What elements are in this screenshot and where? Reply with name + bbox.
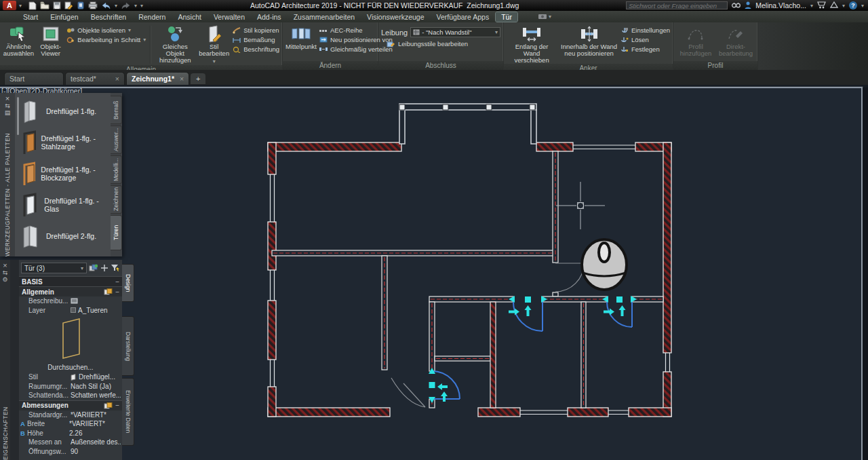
qat-customize-icon[interactable]: ▾ — [140, 3, 143, 9]
pickadd-icon[interactable] — [100, 264, 108, 272]
prop-row-beschreibung[interactable]: Beschreibu... — [19, 296, 122, 306]
user-dropdown-icon[interactable]: ▾ — [810, 3, 813, 9]
tab-einfuegen[interactable]: Einfügen — [45, 12, 83, 22]
palette-tab-bemass[interactable]: Bemaß — [111, 96, 122, 124]
redo-dropdown-icon[interactable]: ▾ — [134, 3, 137, 9]
a360-icon[interactable] — [830, 1, 838, 9]
anchor-release-button[interactable]: Lösen — [621, 36, 670, 43]
tab-visionswerkzeuge[interactable]: Visionswerkzeuge — [361, 12, 429, 22]
isolate-objects-button[interactable]: Objekte isolieren▾ — [66, 26, 146, 34]
properties-tab-darstellung[interactable]: Darstellung — [122, 316, 134, 376]
search-input[interactable] — [626, 1, 728, 9]
prop-row-raumumgrenzung[interactable]: Raumumgr... Nach Stil (Ja) — [19, 382, 122, 391]
tool-door-1[interactable]: Drehflügel 1-flg. — [20, 96, 109, 127]
tab-beschriften[interactable]: Beschriften — [85, 12, 132, 22]
palette-tab-zeichnen[interactable]: Zeichnen — [111, 185, 122, 214]
tab-start[interactable]: Start — [18, 12, 43, 22]
tab-ansicht[interactable]: Ansicht — [172, 12, 206, 22]
quick-select-icon[interactable] — [111, 264, 120, 272]
prop-row-hoehe[interactable]: B Höhe 2.26 — [19, 429, 122, 438]
close-icon[interactable]: × — [3, 261, 7, 269]
panel-label-profil[interactable]: Profil — [673, 61, 757, 70]
object-viewer-button[interactable]: Objekt-Viewer — [37, 24, 64, 57]
help-icon[interactable]: ? — [849, 1, 857, 9]
help-dropdown-icon[interactable]: ▾ — [861, 3, 864, 9]
dimension-button[interactable]: Bemaßung — [233, 36, 279, 43]
properties-titlebar[interactable]: × ⇆ ⚙ EIGENSCHAFTEN — [0, 260, 10, 460]
reposition-within-wall-button[interactable]: Innerhalb der Wand neu positionieren — [559, 24, 618, 57]
open-folder-icon[interactable] — [40, 1, 50, 9]
leibung-style-select[interactable]: - "Nach Wandstil" ▾ — [410, 27, 500, 37]
palette-tab-auswertung[interactable]: Auswer... — [111, 126, 122, 154]
prop-row-schattendarstellung[interactable]: Schattenda... Schatten werfe... — [19, 391, 122, 400]
new-file-icon[interactable] — [28, 1, 37, 10]
palette-tab-modellieren[interactable]: Modelli... — [111, 155, 122, 184]
section-allgemein[interactable]: Allgemein − — [19, 286, 122, 296]
gear-icon[interactable]: ⚙ — [2, 276, 7, 283]
signed-in-user[interactable]: Melina.Vlacho... — [755, 1, 806, 9]
prop-row-stil[interactable]: Stil Drehflügel... — [19, 372, 122, 382]
properties-tab-erweiterte-daten[interactable]: Erweiterte Daten — [122, 378, 134, 446]
logo-dropdown-icon[interactable]: ▾ — [19, 3, 22, 9]
anchor-set-button[interactable]: Festlegen — [621, 45, 670, 53]
section-abmessungen[interactable]: Abmessungen − — [19, 400, 122, 410]
properties-tab-design[interactable]: Design — [122, 264, 134, 302]
search-binoculars-icon[interactable] — [732, 1, 741, 9]
collapse-icon[interactable]: − — [115, 288, 119, 296]
edit-style-button[interactable]: Stil bearbeiten ▾ — [198, 24, 230, 65]
tool-door-3[interactable]: Drehflügel 1-flg. - Blockzarge — [20, 158, 109, 189]
undo-dropdown-icon[interactable]: ▾ — [115, 3, 117, 9]
tab-verwalten[interactable]: Verwalten — [208, 12, 250, 22]
save-as-icon[interactable] — [64, 1, 73, 10]
new-drawing-tab-button[interactable]: + — [191, 73, 205, 84]
section-basis[interactable]: BASIS− — [19, 276, 122, 286]
midpoint-button[interactable]: Mittelpunkt — [285, 24, 317, 50]
app-store-cart-icon[interactable] — [817, 1, 826, 10]
browse-link[interactable]: Durchsuchen... — [19, 364, 122, 372]
tab-addins[interactable]: Add-ins — [252, 12, 287, 22]
tab-verfuegbare-apps[interactable]: Verfügbare Apps — [431, 12, 495, 22]
close-icon[interactable]: × — [5, 94, 9, 102]
panel-label-aendern[interactable]: Ändern — [283, 61, 378, 70]
prop-row-oeffnungswinkel[interactable]: Öffnungsw... 90 — [19, 447, 122, 457]
copy-style-button[interactable]: Stil kopieren — [233, 26, 279, 34]
panel-label-abschluss[interactable]: Abschluss — [378, 61, 503, 70]
collapse-icon[interactable]: − — [115, 278, 119, 286]
close-icon[interactable]: × — [115, 75, 119, 83]
file-tab-start[interactable]: Start — [4, 72, 64, 85]
plot-icon[interactable] — [77, 1, 85, 10]
toggle-value-icon[interactable] — [89, 264, 98, 272]
autohide-icon[interactable]: ⇆ — [3, 269, 8, 276]
add-same-object-button[interactable]: Gleiches Objekt hinzufügen — [155, 24, 195, 64]
prop-row-standardgroesse[interactable]: Standardgr... *VARIIERT* — [19, 410, 122, 420]
tool-palette-titlebar[interactable]: × ⇆ ▤ WERKZEUGPALETTEN - ALLE PALETTEN — [0, 93, 15, 256]
tool-door-4[interactable]: Drehflügel 1-flg. - Glas — [20, 189, 109, 221]
tab-tuer[interactable]: Tür — [496, 12, 517, 22]
file-tab-zeichnung1[interactable]: Zeichnung1*× — [126, 72, 189, 85]
prop-row-layer[interactable]: Layer A_Tueren — [19, 306, 122, 315]
tab-rendern[interactable]: Rendern — [133, 12, 171, 22]
autocad-logo-icon[interactable]: A — [3, 1, 16, 10]
collapse-icon[interactable]: − — [115, 402, 119, 409]
undo-icon[interactable] — [101, 2, 111, 9]
description-icon[interactable] — [71, 298, 78, 304]
palette-tab-tueren[interactable]: Türen — [111, 215, 122, 250]
anchor-settings-button[interactable]: Einstellungen — [621, 26, 670, 34]
prop-row-messen-an[interactable]: Messen an Außenseite des... — [19, 438, 122, 447]
print-icon[interactable] — [88, 1, 98, 9]
user-icon[interactable] — [745, 1, 751, 10]
ribbon-display-toggle[interactable]: ▾ — [538, 14, 551, 20]
redo-icon[interactable] — [121, 2, 131, 9]
tool-door-5[interactable]: Drehflügel 2-flg. — [20, 221, 109, 252]
prop-row-breite[interactable]: A Breite *VARIIERT* — [19, 419, 122, 429]
file-tab-testcad[interactable]: testcad*× — [65, 72, 125, 85]
annotation-button[interactable]: Beschriftung — [233, 45, 279, 53]
edit-in-section-button[interactable]: Bearbeitung in Schnitt▾ — [66, 36, 146, 43]
autohide-icon[interactable]: ⇆ — [5, 102, 10, 109]
tool-door-2[interactable]: Drehflügel 1-flg. - Stahlzarge — [20, 127, 109, 158]
save-icon[interactable] — [53, 1, 61, 9]
properties-menu-icon[interactable]: ▤ — [5, 109, 11, 116]
move-along-wall-button[interactable]: Entlang der Wand verschieben — [507, 24, 557, 64]
edit-leibung-styles-button[interactable]: Leibungsstile bearbeiten — [387, 40, 500, 47]
select-similar-button[interactable]: Ähnliche auswählen — [3, 24, 35, 57]
